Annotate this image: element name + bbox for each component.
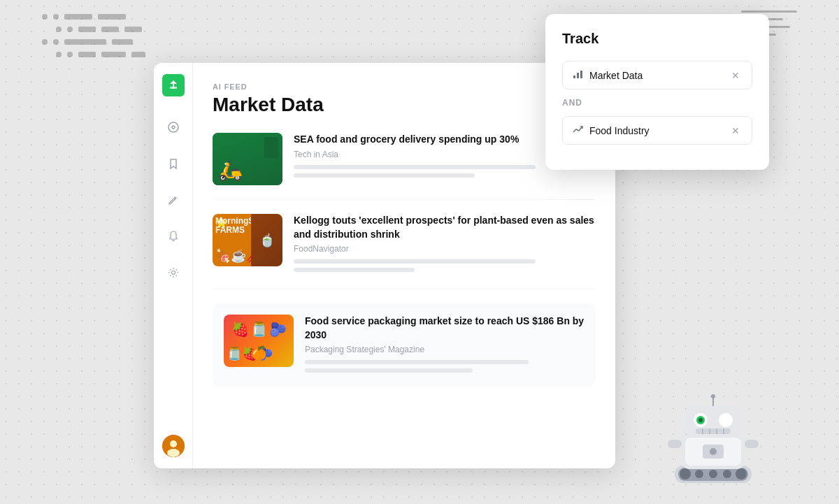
trend-chart-icon	[573, 124, 584, 137]
page-title: Market Data	[213, 94, 596, 116]
svg-point-4	[170, 440, 177, 447]
track-panel-title: Track	[562, 31, 752, 47]
track-connector: AND	[562, 98, 752, 108]
svg-rect-31	[668, 440, 682, 448]
news-thumbnail-3: 🍓 🫙 🫐 🍊	[224, 315, 294, 367]
svg-point-25	[711, 394, 715, 398]
svg-rect-8	[580, 71, 582, 78]
app-logo[interactable]	[162, 74, 185, 96]
sidebar-item-bookmarks[interactable]	[162, 152, 185, 175]
track-panel: Track Market Data ✕ AND Food Industry ✕	[545, 14, 769, 170]
svg-point-16	[736, 468, 747, 480]
news-bar-2b	[294, 268, 415, 272]
news-bar-3b	[305, 368, 473, 373]
news-item-2[interactable]: MorningStarFARMS 🍖☕🥢 🍵 Kellogg touts 'ex…	[213, 214, 596, 289]
svg-point-22	[698, 418, 703, 422]
svg-point-14	[709, 470, 717, 478]
svg-point-15	[723, 470, 731, 478]
svg-point-12	[680, 468, 691, 480]
track-tag-market-data-label: Market Data	[589, 70, 724, 81]
user-avatar[interactable]	[162, 435, 185, 457]
track-tag-food-industry-close[interactable]: ✕	[729, 124, 742, 137]
track-tag-food-industry-label: Food Industry	[589, 125, 724, 136]
svg-rect-7	[577, 73, 579, 78]
bar-chart-icon	[573, 69, 584, 82]
sidebar-item-notifications[interactable]	[162, 225, 185, 247]
sidebar-item-edit[interactable]	[162, 189, 185, 211]
news-item-3[interactable]: 🍓 🫙 🫐 🍊 Food service packaging market si…	[213, 303, 596, 387]
svg-rect-6	[573, 75, 575, 78]
sidebar	[154, 63, 193, 468]
svg-point-0	[168, 122, 178, 132]
svg-point-34	[710, 448, 717, 455]
sidebar-item-explore[interactable]	[162, 116, 185, 138]
news-thumbnail-2: MorningStarFARMS 🍖☕🥢 🍵	[213, 214, 282, 266]
news-bar-1b	[294, 173, 475, 178]
news-title-3: Food service packaging market size to re…	[305, 315, 585, 342]
news-body-3: Food service packaging market size to re…	[305, 315, 585, 375]
svg-rect-26	[696, 429, 731, 434]
news-source-2: FoodNavigator	[294, 244, 596, 254]
news-title-2: Kellogg touts 'excellent prospects' for …	[294, 214, 596, 241]
svg-rect-9	[573, 124, 584, 135]
robot-illustration	[664, 392, 748, 476]
track-tag-food-industry[interactable]: Food Industry ✕	[562, 116, 752, 145]
svg-point-23	[719, 413, 733, 427]
svg-point-5	[167, 449, 180, 457]
track-tag-market-data[interactable]: Market Data ✕	[562, 61, 752, 89]
news-bar-3a	[305, 360, 529, 364]
robot-svg	[664, 392, 762, 490]
news-body-2: Kellogg touts 'excellent prospects' for …	[294, 214, 596, 275]
news-source-3: Packaging Strategies' Magazine	[305, 345, 585, 354]
svg-point-1	[172, 126, 175, 129]
svg-point-2	[171, 271, 175, 275]
svg-point-13	[695, 470, 703, 478]
news-thumbnail-1: 🛵	[213, 133, 282, 185]
sidebar-item-settings[interactable]	[162, 261, 185, 284]
svg-rect-32	[745, 440, 759, 448]
track-tag-market-data-close[interactable]: ✕	[729, 69, 742, 82]
news-bar-2a	[294, 259, 536, 264]
news-item-1[interactable]: 🛵 SEA food and grocery delivery spending…	[213, 133, 596, 200]
feed-label: AI FEED	[213, 82, 596, 91]
news-bar-1a	[294, 165, 536, 169]
